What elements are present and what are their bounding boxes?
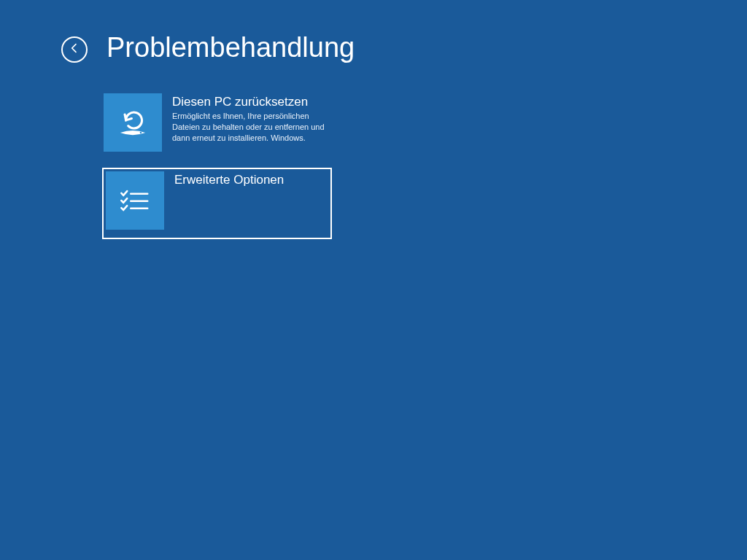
option-advanced-options[interactable]: Erweiterte Optionen [102,168,332,239]
option-text: Erweiterte Optionen [164,171,328,189]
back-button[interactable] [61,36,88,63]
options-list: Diesen PC zurücksetzen Ermöglicht es Ihn… [102,92,332,244]
option-description: Ermöglicht es Ihnen, Ihre persönlichen D… [172,111,330,144]
option-text: Diesen PC zurücksetzen Ermöglicht es Ihn… [162,93,330,144]
svg-point-0 [140,132,142,134]
option-reset-pc[interactable]: Diesen PC zurücksetzen Ermöglicht es Ihn… [102,92,332,163]
page-title: Problembehandlung [107,34,355,61]
option-title: Erweiterte Optionen [174,173,328,187]
checklist-icon [106,171,164,230]
page-header: Problembehandlung [61,32,355,63]
back-arrow-icon [69,42,80,57]
option-title: Diesen PC zurücksetzen [172,95,330,109]
reset-pc-icon [104,93,162,152]
